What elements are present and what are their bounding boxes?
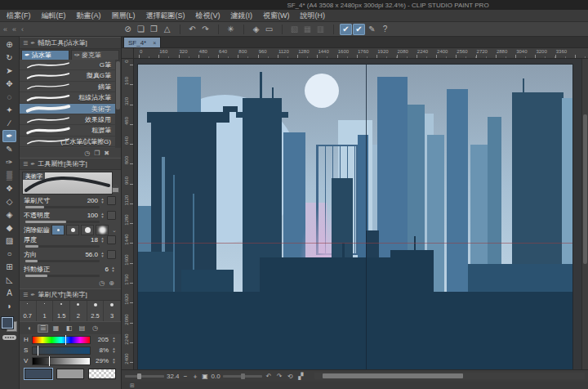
auto-select-tool[interactable]: ✦	[2, 104, 16, 116]
eraser-tool[interactable]: ◇	[2, 195, 16, 208]
subtool-tab[interactable]: ✒沾水筆	[21, 50, 69, 60]
panel-menu-icon[interactable]: ☰	[23, 40, 28, 47]
property-value[interactable]: 200	[87, 197, 98, 204]
menu-item[interactable]: 選擇範圍(S)	[146, 11, 185, 21]
scrollbar-thumb[interactable]	[323, 373, 463, 378]
balloon-tool[interactable]: ◗	[2, 300, 16, 312]
snapshot-icon[interactable]: ◈	[250, 24, 262, 35]
main-color-swatch[interactable]	[24, 369, 52, 379]
brush-list-item[interactable]: G筆	[20, 60, 121, 70]
history-icon[interactable]: ◷	[99, 279, 105, 287]
reset-rotation-icon[interactable]: ⟲	[286, 373, 295, 380]
color-history-icon[interactable]: ◷	[90, 324, 100, 333]
stepper-control[interactable]: ▲▼	[111, 347, 117, 353]
brush-list-item[interactable]: 效果線用	[20, 114, 121, 125]
brush-size-preset[interactable]: 0.7	[20, 301, 37, 321]
lock-icon[interactable]	[112, 187, 119, 193]
property-value[interactable]: 18	[91, 236, 98, 244]
pencil-tool[interactable]: ✎	[2, 143, 16, 155]
tool-property-header[interactable]: ☰ ✒ 工具屬性[美術字]	[20, 158, 121, 170]
step-down-icon[interactable]: ▼	[111, 361, 117, 364]
menu-item[interactable]: 編輯(E)	[42, 11, 66, 21]
brush-size-preset[interactable]: 1.5	[53, 301, 70, 321]
grid-toggle-icon[interactable]: ⊞	[130, 382, 135, 389]
blend-tool[interactable]: ◈	[2, 208, 16, 221]
brush-list-item[interactable]: 美術字	[20, 104, 121, 114]
transparent-color-swatch[interactable]	[88, 369, 116, 379]
collapse-handle[interactable]	[2, 335, 16, 340]
collapse-panel-icon[interactable]: «	[3, 25, 7, 34]
snap-grid-icon[interactable]: ✎	[366, 24, 378, 35]
history-icon[interactable]: ◷	[84, 150, 90, 157]
menu-item[interactable]: 圖層(L)	[112, 11, 136, 21]
paste-icon[interactable]: ❏	[135, 24, 147, 35]
color-set-icon[interactable]: ▦	[51, 324, 61, 333]
slider-marker[interactable]	[49, 356, 50, 366]
zoom-slider[interactable]	[125, 375, 164, 378]
fill-tool[interactable]: ◆	[2, 221, 16, 234]
menu-item[interactable]: 視窗(W)	[263, 11, 290, 21]
property-value[interactable]: 56.0	[85, 251, 98, 258]
brush-list-item[interactable]: 粗線沾水筆	[20, 92, 121, 103]
zoom-in-button[interactable]: ＋	[192, 372, 199, 381]
scrollbar-thumb[interactable]	[583, 114, 587, 263]
brush-list-scrollbar[interactable]	[115, 60, 121, 148]
sub-color-swatch[interactable]	[56, 369, 84, 379]
rotate-left-icon[interactable]: ↶	[265, 373, 274, 380]
brush-size-preset[interactable]: 2.5	[87, 301, 105, 321]
zoom-tool[interactable]: ⊕	[2, 38, 16, 51]
antialias-option[interactable]	[81, 225, 94, 235]
selection-tool[interactable]: ◌	[2, 91, 16, 103]
horizontal-ruler[interactable]: 0160320480640800960112012801440160017601…	[134, 48, 588, 59]
canvas-document[interactable]	[138, 65, 572, 369]
stepper-control[interactable]: ▲▼	[110, 266, 116, 272]
menu-item[interactable]: 濾鏡(I)	[231, 11, 253, 21]
snap-special-ruler-icon[interactable]: ✔	[353, 24, 365, 35]
color-wheel-icon[interactable]: ◐	[24, 324, 35, 333]
property-slider[interactable]	[25, 206, 100, 208]
property-slider[interactable]	[25, 221, 100, 223]
s-slider[interactable]	[32, 347, 91, 355]
horizontal-scrollbar[interactable]	[314, 373, 585, 379]
eyedropper-tool[interactable]: ∕	[2, 117, 16, 129]
flip-horizontal-icon[interactable]: ▞	[296, 373, 305, 380]
menu-item[interactable]: 動畫(A)	[77, 11, 101, 21]
frame-border-tool[interactable]: ⊞	[2, 261, 16, 273]
text-tool[interactable]: A	[2, 287, 16, 299]
step-down-icon[interactable]: ▼	[111, 351, 117, 354]
property-slider[interactable]	[25, 245, 100, 248]
slider-marker[interactable]	[65, 335, 66, 345]
stepper-control[interactable]: ▲▼	[100, 237, 105, 243]
dynamics-icon[interactable]	[107, 235, 116, 244]
pen-tool[interactable]: ✒	[2, 130, 16, 142]
menu-item[interactable]: 檔案(F)	[7, 11, 31, 21]
brush-list-item[interactable]: (上水筆/試筆擦G)	[20, 136, 121, 147]
dropdown-arrow-icon[interactable]: ⌄	[112, 227, 117, 234]
delete-subtool-icon[interactable]: ✖	[104, 150, 109, 157]
undo-icon[interactable]: ↶	[186, 24, 198, 35]
export-icon[interactable]: △	[161, 24, 173, 35]
figure-tool[interactable]: ○	[2, 248, 16, 260]
step-down-icon[interactable]: ▼	[110, 270, 116, 273]
operation-tool[interactable]: ➤	[2, 65, 16, 77]
stepper-control[interactable]: ▲▼	[111, 337, 117, 342]
close-icon[interactable]: ×	[153, 40, 156, 46]
redo-icon[interactable]: ↷	[199, 24, 212, 35]
h-slider[interactable]	[32, 336, 91, 344]
brush-size-preset[interactable]: 1	[37, 301, 54, 321]
brush-list-item[interactable]: 粗澀筆	[20, 125, 121, 136]
brush-list-item[interactable]: 擬真G筆	[20, 70, 121, 81]
zoom-out-button[interactable]: −	[182, 373, 189, 380]
rotate-canvas-tool[interactable]: ↻	[2, 51, 16, 64]
decoration-tool[interactable]: ❖	[2, 182, 16, 194]
subtool-panel-header[interactable]: ☰ ✒ 輔助工具[沾水筆]	[20, 37, 121, 49]
antialias-option[interactable]	[51, 225, 65, 235]
detail-settings-icon[interactable]: ⊕	[109, 279, 114, 287]
dynamics-icon[interactable]	[107, 211, 116, 220]
approximate-color-icon[interactable]: ▤	[77, 324, 87, 333]
property-slider[interactable]	[25, 260, 100, 262]
antialias-option[interactable]	[96, 225, 109, 235]
main-sub-color-widget[interactable]	[2, 317, 17, 332]
antialias-option[interactable]	[66, 225, 79, 235]
gradient-tool[interactable]: ▨	[2, 235, 16, 247]
